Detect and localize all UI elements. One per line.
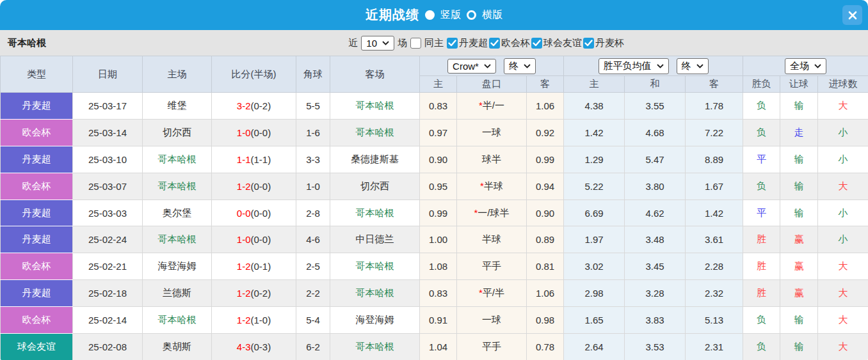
avg-draw-cell: 3.83 bbox=[625, 307, 686, 334]
handicap-result-cell: 赢 bbox=[780, 226, 818, 253]
away-team-cell: 切尔西 bbox=[330, 173, 420, 200]
result-cell: 胜 bbox=[743, 280, 780, 307]
horizontal-layout-label[interactable]: 横版 bbox=[482, 8, 502, 22]
league-checkbox[interactable] bbox=[489, 38, 500, 49]
date-cell: 25-03-07 bbox=[73, 173, 143, 200]
avg-draw-cell: 3.53 bbox=[625, 334, 686, 360]
result-cell: 胜 bbox=[743, 253, 780, 280]
chevron-down-icon bbox=[657, 64, 664, 68]
avg-time-select[interactable]: 终 bbox=[677, 58, 709, 74]
odds-away-cell: 0.92 bbox=[527, 119, 564, 146]
score-cell: 3-2(0-2) bbox=[212, 93, 296, 120]
odds-away-cell: 0.98 bbox=[527, 307, 564, 334]
table-row: 欧会杯 25-03-07 哥本哈根 1-2(0-0) 1-0 切尔西 0.95 … bbox=[1, 173, 868, 200]
league-badge: 丹麦超 bbox=[1, 146, 73, 173]
handicap-result-cell: 输 bbox=[780, 334, 818, 360]
handicap-result-cell: 输 bbox=[780, 173, 818, 200]
date-cell: 25-02-18 bbox=[73, 280, 143, 307]
corner-cell: 6-2 bbox=[296, 334, 330, 360]
score-cell: 0-0(0-0) bbox=[212, 200, 296, 226]
odds-home-cell: 0.97 bbox=[420, 119, 457, 146]
goals-cell: 大 bbox=[818, 334, 868, 360]
table-row: 丹麦超 25-02-18 兰德斯 1-2(0-2) 2-2 哥本哈根 0.83 … bbox=[1, 280, 868, 307]
home-team-cell: 维堡 bbox=[143, 93, 212, 120]
odds-home-cell: 1.00 bbox=[420, 226, 457, 253]
goals-cell: 大 bbox=[818, 93, 868, 120]
score-cell: 1-0(0-0) bbox=[212, 119, 296, 146]
date-cell: 25-03-17 bbox=[73, 93, 143, 120]
odds-time-select[interactable]: 终 bbox=[504, 58, 536, 74]
away-team-cell: 哥本哈根 bbox=[330, 200, 420, 226]
score-cell: 1-2(0-0) bbox=[212, 173, 296, 200]
handicap-result-cell: 赢 bbox=[780, 280, 818, 307]
league-filters: 丹麦超欧会杯球会友谊丹麦杯 bbox=[447, 37, 624, 49]
header-away: 客场 bbox=[330, 56, 420, 93]
avg-home-cell: 1.29 bbox=[564, 146, 625, 173]
table-row: 丹麦超 25-02-24 哥本哈根 1-0(0-0) 4-6 中日德兰 1.00… bbox=[1, 226, 868, 253]
avg-type-select[interactable]: 胜平负均值 bbox=[599, 58, 669, 74]
result-cell: 负 bbox=[743, 173, 780, 200]
odds-company-select[interactable]: Crow* bbox=[447, 59, 496, 74]
vertical-layout-radio[interactable] bbox=[425, 10, 435, 20]
chevron-down-icon bbox=[382, 41, 389, 45]
handicap-cell: *平/半 bbox=[457, 280, 527, 307]
league-checkbox-label[interactable]: 丹麦杯 bbox=[595, 37, 624, 49]
avg-draw-cell: 3.48 bbox=[625, 226, 686, 253]
league-checkbox-label[interactable]: 球会友谊 bbox=[543, 37, 582, 49]
check-icon bbox=[448, 40, 456, 47]
goals-cell: 小 bbox=[818, 200, 868, 226]
filter-controls: 近 10 场 同主 丹麦超欧会杯球会友谊丹麦杯 bbox=[348, 36, 624, 51]
table-row: 欧会杯 25-03-14 切尔西 1-0(0-0) 1-6 哥本哈根 0.97 … bbox=[1, 119, 868, 146]
handicap-cell: 一球 bbox=[457, 307, 527, 334]
same-home-checkbox[interactable] bbox=[410, 38, 421, 49]
handicap-result-cell: 输 bbox=[780, 307, 818, 334]
league-badge: 丹麦超 bbox=[1, 200, 73, 226]
away-team-cell: 桑德捷斯基 bbox=[330, 146, 420, 173]
goals-cell: 小 bbox=[818, 119, 868, 146]
odds-home-cell: 0.90 bbox=[420, 146, 457, 173]
close-button[interactable] bbox=[842, 5, 862, 25]
goals-cell: 大 bbox=[818, 173, 868, 200]
match-count-select[interactable]: 10 bbox=[361, 36, 394, 51]
league-checkbox[interactable] bbox=[447, 38, 458, 49]
team-name: 哥本哈根 bbox=[8, 37, 46, 49]
corner-cell: 2-5 bbox=[296, 253, 330, 280]
odds-away-cell: 0.94 bbox=[527, 173, 564, 200]
date-cell: 25-03-03 bbox=[73, 200, 143, 226]
fulltime-select[interactable]: 全场 bbox=[785, 58, 826, 74]
league-badge: 丹麦超 bbox=[1, 93, 73, 120]
league-badge: 丹麦超 bbox=[1, 280, 73, 307]
avg-group-header: 胜平负均值 终 bbox=[564, 56, 743, 76]
avg-away-cell: 1.42 bbox=[686, 200, 743, 226]
header-date: 日期 bbox=[73, 56, 143, 93]
check-icon bbox=[584, 40, 593, 47]
away-team-cell: 哥本哈根 bbox=[330, 93, 420, 120]
avg-draw-cell: 3.55 bbox=[625, 93, 686, 120]
chevron-down-icon bbox=[696, 64, 703, 68]
league-checkbox-label[interactable]: 欧会杯 bbox=[501, 37, 530, 49]
table-row: 丹麦超 25-03-03 奥尔堡 0-0(0-0) 2-8 哥本哈根 0.99 … bbox=[1, 200, 868, 226]
odds-company-value: Crow* bbox=[453, 61, 479, 72]
vertical-layout-label[interactable]: 竖版 bbox=[440, 8, 461, 22]
league-checkbox[interactable] bbox=[531, 38, 542, 49]
home-team-cell: 奥尔堡 bbox=[143, 200, 212, 226]
league-badge: 欧会杯 bbox=[1, 173, 73, 200]
league-checkbox[interactable] bbox=[583, 38, 594, 49]
result-cell: 负 bbox=[743, 334, 780, 360]
same-home-label[interactable]: 同主 bbox=[424, 37, 444, 49]
score-cell: 1-2(1-0) bbox=[212, 307, 296, 334]
horizontal-layout-radio[interactable] bbox=[467, 10, 476, 20]
avg-home-cell: 5.22 bbox=[564, 173, 625, 200]
away-team-cell: 海登海姆 bbox=[330, 307, 420, 334]
league-badge: 欧会杯 bbox=[1, 253, 73, 280]
avg-draw-cell: 3.80 bbox=[625, 173, 686, 200]
corner-cell: 1-6 bbox=[296, 119, 330, 146]
avg-away-cell: 3.61 bbox=[686, 226, 743, 253]
odds-time-value: 终 bbox=[509, 60, 518, 72]
near-label: 近 bbox=[348, 37, 358, 49]
league-checkbox-label[interactable]: 丹麦超 bbox=[459, 37, 488, 49]
odds-home-cell: 1.08 bbox=[420, 253, 457, 280]
home-team-cell: 海登海姆 bbox=[143, 253, 212, 280]
away-team-cell: 哥本哈根 bbox=[330, 334, 420, 360]
handicap-cell: *一/球半 bbox=[457, 200, 527, 226]
